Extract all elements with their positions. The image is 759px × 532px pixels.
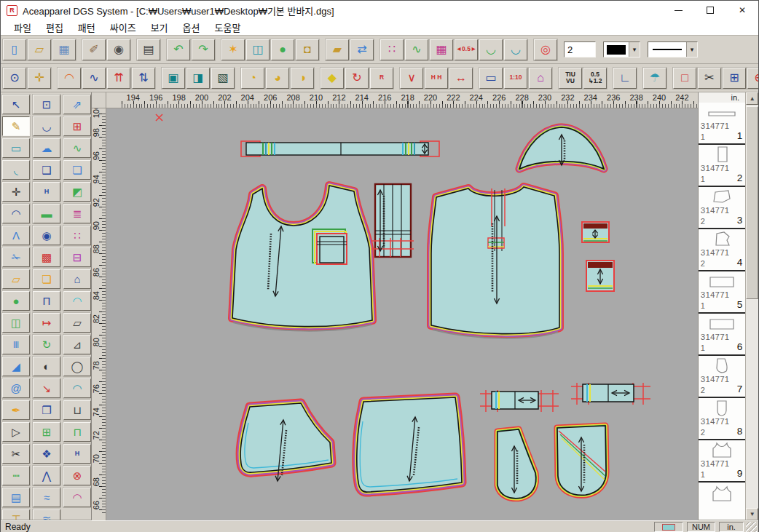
menu-edit[interactable]: 편집	[39, 19, 71, 36]
split-piece[interactable]: ◨	[186, 68, 210, 89]
chevron-down-icon[interactable]: ▾	[686, 42, 697, 57]
piece-back-bodice[interactable]	[431, 187, 559, 338]
line-width-input[interactable]	[564, 41, 596, 57]
cut-piece[interactable]: ✂	[698, 68, 721, 89]
measure-points[interactable]: ↘	[33, 378, 60, 398]
seam-allowance[interactable]: ⌂	[529, 68, 552, 89]
corner-point[interactable]: ∟	[613, 68, 637, 89]
menu-option[interactable]: 옵션	[176, 19, 208, 36]
angle-slash[interactable]: ◕	[266, 68, 289, 89]
copy-piece[interactable]: ⊞	[723, 68, 746, 89]
shape-trapezoid[interactable]: ⊿	[63, 335, 91, 354]
color-wheel[interactable]: ◎	[534, 39, 557, 60]
eraser-tool[interactable]: ▱	[2, 269, 30, 289]
rainbow-guide[interactable]: ◠	[63, 488, 91, 507]
extract-piece[interactable]: ▣	[162, 68, 185, 89]
dart-spread[interactable]: ∨	[400, 68, 423, 89]
piece-thumbnail-7[interactable]: 31477127	[699, 356, 745, 398]
step-05[interactable]: ◄0.5►	[455, 39, 478, 60]
bar-connector[interactable]: ▬	[33, 204, 60, 223]
shape-bracket[interactable]: ⊔	[63, 400, 91, 420]
notch-pair[interactable]: H H	[425, 68, 448, 89]
split-view[interactable]: ◫	[2, 313, 30, 333]
measure-line[interactable]: ↔	[449, 68, 473, 89]
grade-measure[interactable]: ✶	[221, 39, 245, 60]
menu-help[interactable]: 도움말	[208, 19, 248, 36]
measure-compare[interactable]: ⇈	[107, 68, 130, 89]
save-file[interactable]: ▦	[52, 39, 76, 60]
scrollbar-thumb[interactable]	[746, 106, 758, 299]
piece-thumbnail-9[interactable]: 31477119	[699, 440, 745, 483]
grid-view[interactable]: ▦	[430, 39, 453, 60]
pleat-skirt[interactable]: ◢	[2, 357, 30, 376]
point-tag[interactable]: ❏	[33, 269, 60, 289]
line-style-select[interactable]: ▾	[648, 41, 698, 57]
shape-cap[interactable]: ◠	[63, 291, 91, 311]
rotate-piece[interactable]: ↻	[33, 335, 60, 354]
dart-triangle[interactable]: ▷	[2, 422, 30, 442]
scatter-view[interactable]: ∷	[380, 39, 404, 60]
pleat-lines[interactable]: |||	[2, 335, 30, 354]
dot-chain[interactable]: ∷	[63, 226, 91, 245]
piece-thumbnail-10[interactable]	[699, 483, 745, 520]
copy-pattern[interactable]: ⊞	[63, 116, 91, 136]
sewing-machine[interactable]: Π	[33, 291, 60, 311]
vest-fill[interactable]: ◆	[320, 68, 344, 89]
piece-waistband[interactable]	[241, 141, 439, 156]
text-tiu-vu[interactable]: TIU VU	[559, 68, 582, 89]
compass-tool[interactable]: Λ	[2, 226, 30, 245]
pattern-canvas[interactable]	[106, 108, 698, 520]
move-copy-piece[interactable]: ⇗	[63, 95, 91, 114]
angle-height[interactable]: ◑	[291, 68, 314, 89]
scroll-down-button[interactable]: ▼	[746, 508, 758, 520]
contrast-piece[interactable]: ◐	[33, 357, 60, 376]
trace-curve[interactable]: ∿	[63, 138, 91, 158]
vertical-scrollbar[interactable]: ▲ ▼	[745, 92, 758, 520]
piece-dimension[interactable]: ▭	[479, 68, 503, 89]
cut-curve[interactable]: ✁	[2, 247, 30, 267]
shape-parallelogram[interactable]: ▱	[63, 313, 91, 333]
chevron-down-icon[interactable]: ▾	[629, 42, 640, 57]
piece-band-d[interactable]	[571, 383, 650, 405]
bag-tool[interactable]: ●	[2, 291, 30, 311]
shirring-tool[interactable]: ≈	[33, 488, 60, 507]
pocket-tool[interactable]: ◡	[33, 116, 60, 136]
piece-pocket[interactable]	[312, 229, 347, 264]
seam-curve-1[interactable]: ◡	[479, 39, 503, 60]
curve-smooth[interactable]: ◠	[58, 68, 81, 89]
window-copy[interactable]: ⊟	[63, 247, 91, 267]
house-dimension[interactable]: ⌂	[63, 269, 91, 289]
piece-thumbnail-8[interactable]: 31477128	[699, 398, 745, 440]
fold-dart[interactable]: ⋀	[33, 466, 60, 485]
radius-tool[interactable]: R	[370, 68, 393, 89]
rect-tool[interactable]: ▭	[2, 138, 30, 158]
quill-plus[interactable]: ✒	[2, 400, 30, 420]
beach-umbrella[interactable]: ☂	[643, 68, 666, 89]
walk-pieces[interactable]: ❖	[33, 444, 60, 464]
layer-lines[interactable]: ≣	[63, 204, 91, 223]
band-ribbon[interactable]: ▤	[2, 488, 30, 507]
piece-front-bodice[interactable]	[232, 186, 372, 331]
curve-reverse[interactable]: ↻	[345, 68, 369, 89]
piece-outline[interactable]: ❑	[33, 160, 60, 180]
point-edit-piece[interactable]: ❏	[63, 160, 91, 180]
shape-h-bar[interactable]: H	[63, 444, 91, 464]
brush-tool[interactable]: ▰	[326, 39, 349, 60]
piece-h-mark[interactable]: H	[33, 182, 60, 202]
new-document[interactable]: ▯	[3, 39, 26, 60]
redo[interactable]: ↷	[192, 39, 215, 60]
piece-thumbnail-3[interactable]: 31477123	[699, 187, 745, 229]
drill-mark[interactable]: ⊗	[63, 466, 91, 485]
curve-rect[interactable]: ❐	[33, 400, 60, 420]
maximize-button[interactable]	[694, 1, 726, 20]
snap-point[interactable]: ✛	[2, 182, 30, 202]
join-cut[interactable]: ⊕	[747, 68, 758, 89]
select-region[interactable]: □	[673, 68, 696, 89]
curve-exchange[interactable]: ⇅	[132, 68, 155, 89]
graph-view[interactable]: ∿	[405, 39, 428, 60]
scissors-tool[interactable]: ✂	[2, 444, 30, 464]
net-piece[interactable]: ▩	[33, 247, 60, 267]
stitch-marks[interactable]: ┉	[2, 466, 30, 485]
corner-curve[interactable]: ◟	[2, 160, 30, 180]
open-file[interactable]: ▱	[28, 39, 51, 60]
